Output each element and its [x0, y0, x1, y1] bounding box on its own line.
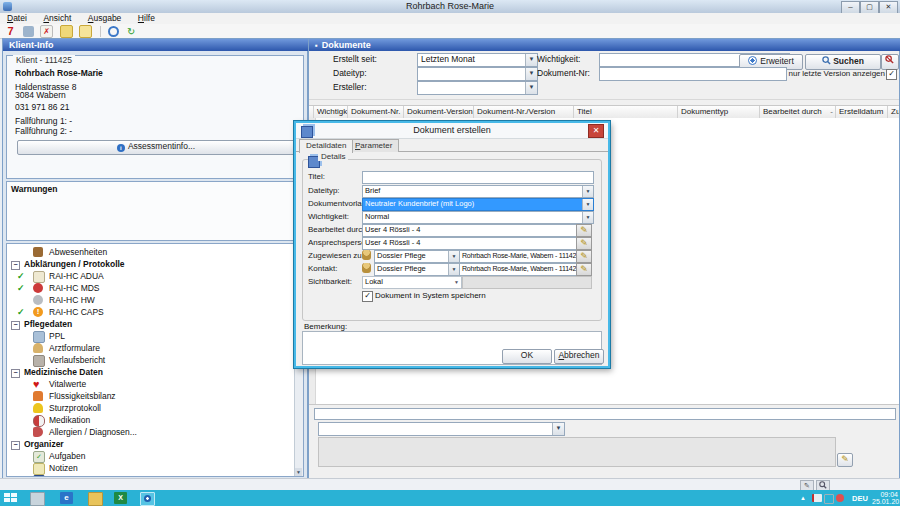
- menu-ausgabe[interactable]: Ausgabe: [81, 13, 129, 24]
- zugewiesen-target-input[interactable]: Rohrbach Rose-Marie, Wabern - 111425: [459, 250, 577, 263]
- tray-icon-2[interactable]: [824, 494, 834, 504]
- wichtigkeit-combo[interactable]: Normal: [362, 211, 594, 224]
- taskbar-app-active[interactable]: [140, 492, 155, 506]
- sidebar-item-vitalwerte[interactable]: Vitalwerte: [7, 378, 295, 390]
- edit-pencil-button[interactable]: [576, 237, 592, 250]
- titel-input[interactable]: [362, 171, 594, 184]
- sidebar-section-medizinische-daten[interactable]: Medizinische Daten: [7, 366, 295, 378]
- sidebar-item-rai-hc-adua[interactable]: RAI-HC ADUA: [7, 270, 295, 282]
- creator-combo[interactable]: [417, 81, 538, 95]
- sidebar-item-abwesenheiten[interactable]: Abwesenheiten: [7, 246, 295, 258]
- dialog-close-button[interactable]: [588, 124, 604, 138]
- chevron-down-icon[interactable]: [525, 54, 537, 66]
- dokumentvorlage-combo[interactable]: Neutraler Kundenbrief (mit Logo): [362, 198, 594, 211]
- chevron-down-icon[interactable]: [525, 82, 537, 94]
- sidebar-section-organizer[interactable]: Organizer: [7, 438, 295, 450]
- seven-icon[interactable]: [5, 26, 16, 37]
- detail-text-area[interactable]: [318, 437, 836, 467]
- menu-ansicht[interactable]: Ansicht: [36, 13, 78, 24]
- menu-datei[interactable]: Datei: [0, 13, 34, 24]
- edit-pencil-button[interactable]: [576, 224, 592, 237]
- last-version-checkbox[interactable]: [886, 69, 897, 80]
- sidebar-section-pflegedaten[interactable]: Pflegedaten: [7, 318, 295, 330]
- sidebar-item-notizen[interactable]: Notizen: [7, 462, 295, 474]
- language-indicator[interactable]: DEU: [852, 494, 868, 503]
- detail-field[interactable]: [314, 408, 896, 420]
- collapse-icon[interactable]: [11, 321, 20, 330]
- taskbar-app-computer[interactable]: [30, 492, 45, 506]
- sidebar-section-abklaerungen[interactable]: Abklärungen / Protokolle: [7, 258, 295, 270]
- edit-pencil-button[interactable]: [576, 250, 592, 263]
- absence-icon: [33, 247, 43, 257]
- gear-icon: [33, 283, 43, 293]
- filetype-combo[interactable]: [417, 67, 538, 81]
- sidebar-item-allergien[interactable]: Allergien / Diagnosen...: [7, 426, 295, 438]
- tray-expand-icon[interactable]: [800, 495, 806, 501]
- bearbeitet-durch-input[interactable]: User 4 Rössli - 4: [362, 224, 578, 237]
- chevron-down-icon[interactable]: [448, 251, 459, 262]
- app-icon: [3, 2, 12, 11]
- save-in-system-checkbox[interactable]: [362, 291, 373, 302]
- kontakt-target-input[interactable]: Rohrbach Rose-Marie, Wabern - 111425: [459, 263, 577, 276]
- sidebar-item-ppl[interactable]: PPL: [7, 330, 295, 342]
- sidebar-item-arztformulare[interactable]: Arztformulare: [7, 342, 295, 354]
- tray-icon-1[interactable]: [812, 494, 822, 502]
- sidebar-item-verlaufsbericht[interactable]: Verlaufsbericht: [7, 354, 295, 366]
- sidebar-item-journal[interactable]: Journal: [7, 474, 295, 477]
- tab-parameter[interactable]: Parameter: [348, 139, 399, 152]
- chevron-down-icon[interactable]: [582, 212, 593, 223]
- tab-detaildaten[interactable]: Detaildaten: [299, 139, 353, 153]
- dateityp-combo[interactable]: Brief: [362, 185, 594, 198]
- sidebar-item-rai-hc-mds[interactable]: RAI-HC MDS: [7, 282, 295, 294]
- chevron-down-icon[interactable]: [582, 199, 593, 210]
- person-icon[interactable]: [23, 26, 34, 37]
- chevron-down-icon[interactable]: [448, 264, 459, 275]
- taskbar-app-excel[interactable]: [114, 492, 127, 504]
- detail-combo[interactable]: [318, 422, 565, 436]
- collapse-icon[interactable]: [11, 261, 20, 270]
- sidebar-item-rai-hc-hw[interactable]: RAI-HC HW: [7, 294, 295, 306]
- documents-header: Dokumente: [309, 39, 900, 51]
- sidebar-header: Klient-Info: [3, 39, 313, 51]
- notes-icon[interactable]: [79, 25, 92, 38]
- ok-button[interactable]: OK: [502, 349, 552, 364]
- sidebar-item-medikation[interactable]: Medikation: [7, 414, 295, 426]
- edit-pencil-button[interactable]: [576, 263, 592, 276]
- tray-icon-3[interactable]: [836, 494, 844, 502]
- exit-document-icon[interactable]: [40, 25, 53, 38]
- sichtbarkeit-combo[interactable]: Lokal: [362, 276, 462, 289]
- taskbar-clock[interactable]: 09:04 25.01.2016: [872, 491, 898, 505]
- ansprechsperson-input[interactable]: User 4 Rössli - 4: [362, 237, 578, 250]
- dokument-erstellen-dialog: Dokument erstellen Detaildaten Parameter…: [294, 121, 610, 368]
- sidebar-item-fluessigkeitsbilanz[interactable]: Flüssigkeitsbilanz: [7, 390, 295, 402]
- sidebar-item-sturzprotokoll[interactable]: Sturzprotokoll: [7, 402, 295, 414]
- docnr-input[interactable]: [599, 67, 787, 81]
- collapse-icon[interactable]: [11, 369, 20, 378]
- taskbar-app-browser[interactable]: [60, 492, 73, 504]
- edit-pencil-button[interactable]: [837, 453, 853, 467]
- chevron-down-icon[interactable]: [525, 68, 537, 80]
- note-icon[interactable]: [60, 25, 73, 38]
- app-window: Rohrbach Rose-Marie Datei Ansicht Ausgab…: [0, 0, 900, 506]
- clock-icon[interactable]: [108, 26, 119, 37]
- report-icon: [33, 355, 45, 367]
- refresh-icon[interactable]: [126, 26, 137, 37]
- kontakt-combo[interactable]: Dossier Pflege: [374, 263, 460, 276]
- scroll-down-icon[interactable]: [295, 468, 302, 476]
- zugewiesen-combo[interactable]: Dossier Pflege: [374, 250, 460, 263]
- collapse-icon[interactable]: [11, 441, 20, 450]
- chevron-down-icon[interactable]: [582, 186, 593, 197]
- start-button[interactable]: [4, 493, 18, 503]
- created-since-label: Erstellt seit:: [333, 53, 377, 65]
- sidebar-item-aufgaben[interactable]: Aufgaben: [7, 450, 295, 462]
- dialog-tabs: Detaildaten Parameter: [296, 138, 608, 152]
- abbrechen-button[interactable]: Abbrechen: [554, 349, 604, 364]
- taskbar-app-folder[interactable]: [88, 492, 103, 506]
- document-icon: [301, 126, 313, 138]
- created-since-combo[interactable]: Letzten Monat: [417, 53, 538, 67]
- menu-hilfe[interactable]: Hilfe: [131, 13, 162, 24]
- chevron-down-icon[interactable]: [552, 423, 564, 435]
- sidebar-item-rai-hc-caps[interactable]: RAI-HC CAPS: [7, 306, 295, 318]
- assessment-info-button[interactable]: Assessmentinfo...: [17, 140, 295, 155]
- person-icon: [362, 250, 371, 260]
